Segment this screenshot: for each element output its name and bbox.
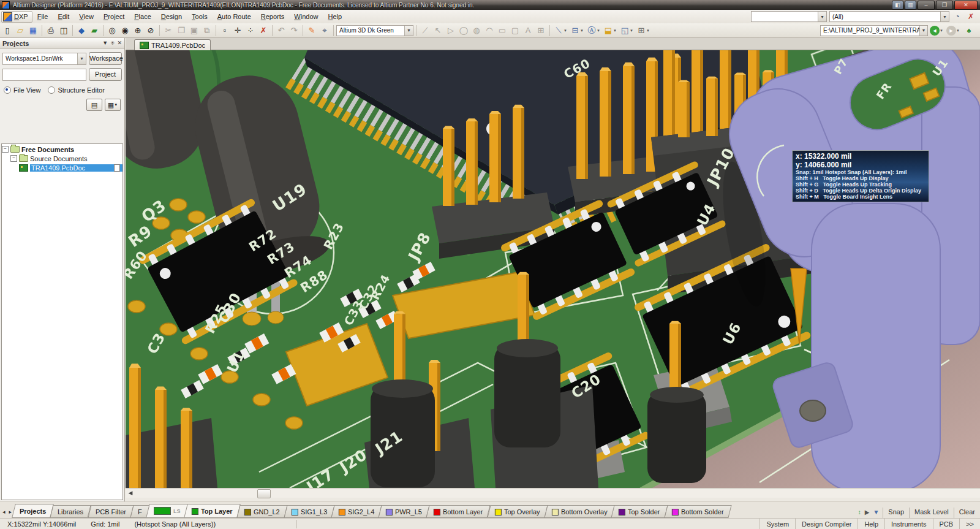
scrollbar-thumb[interactable] <box>257 489 271 498</box>
menu-project[interactable]: Project <box>99 12 129 21</box>
layer-tab-pwr-l5[interactable]: PWR_L5 <box>379 505 430 518</box>
clear-selection-icon[interactable]: ✗ <box>257 25 270 37</box>
collapse-icon[interactable]: − <box>10 155 17 162</box>
layer-tab-sig1-l3[interactable]: SIG1_L3 <box>284 505 335 518</box>
3d-view-icon[interactable]: ◆ <box>75 25 88 37</box>
interactive-route-icon[interactable]: ✎ <box>306 25 318 37</box>
paste-icon[interactable]: ▣ <box>188 25 200 37</box>
layout-icon[interactable]: ▥ <box>905 1 916 10</box>
menu-design[interactable]: Design <box>156 12 187 21</box>
document-path-combo[interactable]: E:\ALTIUM_PROJ_9_WINTER\TRA14▼ <box>820 25 928 36</box>
clear-button[interactable]: Clear <box>954 508 980 518</box>
layer-tab-bottom-overlay[interactable]: Bottom Overlay <box>544 505 615 518</box>
back-nav-icon[interactable]: ◄ <box>930 26 940 36</box>
scope-filter-combo[interactable]: (All)▼ <box>829 11 949 22</box>
close-button[interactable]: ✕ <box>954 1 978 10</box>
snap-button[interactable]: Snap <box>883 508 909 518</box>
file-view-radio[interactable] <box>4 86 11 94</box>
layer-tab-top-solder[interactable]: Top Solder <box>611 505 668 518</box>
print-preview-icon[interactable]: ◫ <box>58 25 70 37</box>
mask-dropdown-icon[interactable]: Ⓐ <box>586 25 598 37</box>
dxp-menu[interactable]: DXP <box>1 11 32 23</box>
pcb-3d-viewport[interactable]: C60R60Q3R9U19R72R73R74R88R23R24C32C33C30… <box>126 50 980 488</box>
zoom-in-icon[interactable]: ⊕ <box>132 25 144 37</box>
layer-tab-bottom-solder[interactable]: Bottom Solder <box>664 505 731 518</box>
panel-tab-projects[interactable]: Projects <box>12 504 54 518</box>
menu-auto-route[interactable]: Auto Route <box>213 12 256 21</box>
forward-nav-icon[interactable]: ► <box>946 26 956 36</box>
save-icon[interactable]: ▦ <box>27 25 39 37</box>
panel-tab-libraries[interactable]: Libraries <box>50 505 91 518</box>
menu-place[interactable]: Place <box>129 12 156 21</box>
project-combo[interactable] <box>2 69 86 81</box>
tab-scroll-left-icon[interactable]: ◂ <box>1 509 8 518</box>
copy-icon[interactable]: ❐ <box>175 25 187 37</box>
current-layer-indicator-tab[interactable]: LS <box>146 504 188 518</box>
sort-icon[interactable]: ▤ <box>86 99 102 111</box>
select-area-icon[interactable]: ▫ <box>219 25 231 37</box>
layer-tab-top-overlay[interactable]: Top Overlay <box>487 505 548 518</box>
minimize-button[interactable]: – <box>918 1 935 10</box>
print-icon[interactable]: ⎙ <box>45 25 57 37</box>
cut-icon[interactable]: ✂ <box>162 25 175 37</box>
layer-pair-icon[interactable]: ↕ <box>858 509 861 516</box>
menu-edit[interactable]: Edit <box>53 12 74 21</box>
mask-level-button[interactable]: Mask Level <box>909 508 954 518</box>
chevron-down-icon[interactable]: ▼ <box>818 12 826 21</box>
menu-view[interactable]: View <box>74 12 99 21</box>
next-layer-icon[interactable]: ▶ <box>865 509 870 516</box>
panel-tab-pcb-filter[interactable]: PCB Filter <box>88 505 134 518</box>
project-button[interactable]: Project <box>89 68 122 81</box>
grid-dropdown-icon[interactable]: ⊞ <box>635 25 647 37</box>
close-icon[interactable]: ✕ <box>117 40 122 47</box>
up-hierarchy-icon[interactable]: ♠ <box>963 25 975 37</box>
pcb-panels-button[interactable]: PCB <box>933 519 960 529</box>
open-icon[interactable]: ▱ <box>14 25 26 37</box>
help-panels-button[interactable]: Help <box>858 519 884 529</box>
structure-editor-radio[interactable] <box>48 86 55 94</box>
document-tab[interactable]: TRA1409.PcbDoc <box>134 39 211 51</box>
projects-tree[interactable]: − Free Documents − Source Documents TRA1… <box>1 143 123 500</box>
instruments-panels-button[interactable]: Instruments <box>884 519 932 529</box>
design-compiler-panels-button[interactable]: Design Compiler <box>795 519 858 529</box>
new-document-icon[interactable]: ▯ <box>1 25 13 37</box>
tree-item-free-documents[interactable]: Free Documents <box>21 146 74 153</box>
layer-tab-top-layer[interactable]: Top Layer <box>184 504 241 518</box>
horizontal-scrollbar[interactable]: ◀ <box>126 488 980 498</box>
menu-reports[interactable]: Reports <box>256 12 290 21</box>
system-panels-button[interactable]: System <box>760 519 795 529</box>
mask-filter-combo[interactable]: ▼ <box>751 11 827 22</box>
chevron-down-icon[interactable]: ▼ <box>102 40 108 47</box>
select-special-icon[interactable]: ⁘ <box>244 25 257 37</box>
room-dropdown-icon[interactable]: ⬓ <box>602 25 614 37</box>
menu-window[interactable]: Window <box>289 12 323 21</box>
layer-filter-icon[interactable]: ▼ <box>873 509 879 516</box>
tree-item-pcbdoc-selected[interactable]: TRA1409.PcbDoc <box>30 164 123 172</box>
route-dropdown-icon[interactable]: ⟍ <box>552 25 565 37</box>
filter-apply-icon[interactable]: ◔ <box>952 11 963 22</box>
tree-item-source-documents[interactable]: Source Documents <box>30 155 88 162</box>
layer-tab-bottom-layer[interactable]: Bottom Layer <box>426 505 491 518</box>
workspace-combo[interactable]: Workspace1.DsnWrk▼ <box>2 53 86 65</box>
undo-icon[interactable]: ↶ <box>275 25 287 37</box>
open-document-menu-icon[interactable]: ▦▼ <box>105 99 121 111</box>
zoom-document-icon[interactable]: ◎ <box>106 25 118 37</box>
chevron-down-icon[interactable]: ▼ <box>919 26 927 36</box>
title-bar[interactable]: Altium Designer (Platform 24016) - E:\AL… <box>0 0 980 10</box>
layer-tab-sig2-l4[interactable]: SIG2_L4 <box>331 505 382 518</box>
zoom-area-icon[interactable]: ◉ <box>119 25 131 37</box>
projects-panel-header[interactable]: Projects ▼ ⍟ ✕ <box>0 38 124 49</box>
menu-help[interactable]: Help <box>323 12 347 21</box>
menu-file[interactable]: File <box>32 12 53 21</box>
board-dropdown-icon[interactable]: ◱ <box>619 25 631 37</box>
workspace-button[interactable]: Workspace <box>89 52 122 65</box>
more-panels-button[interactable]: >> <box>959 519 980 529</box>
menu-tools[interactable]: Tools <box>187 12 213 21</box>
restore-button[interactable]: ❐ <box>936 1 953 10</box>
move-icon[interactable]: ✛ <box>232 25 244 37</box>
filter-clear-icon[interactable]: ✗ <box>965 11 976 22</box>
scroll-left-icon[interactable]: ◀ <box>126 489 135 498</box>
compare-icon[interactable]: ◧ <box>892 1 903 10</box>
chevron-down-icon[interactable]: ▼ <box>77 53 86 64</box>
paste-special-icon[interactable]: ⧉ <box>201 25 213 37</box>
